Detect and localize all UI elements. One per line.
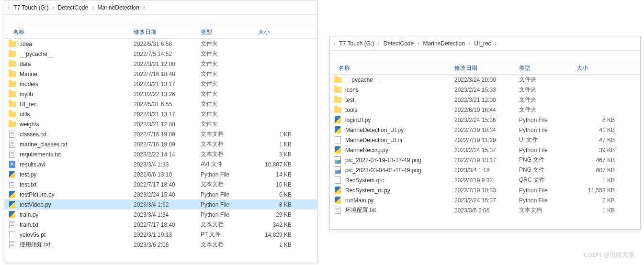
breadcrumb-item[interactable]: DetectCode xyxy=(56,3,90,12)
file-row[interactable]: Marine2022/7/16 18:48文件夹 xyxy=(4,69,317,79)
folder-icon xyxy=(334,107,341,113)
file-size: 1 KB xyxy=(576,177,620,184)
file-size: 467 KB xyxy=(576,157,620,164)
file-row[interactable]: models2022/3/21 13:17文件夹 xyxy=(4,79,317,89)
file-date: 2023/2/22 13:26 xyxy=(134,91,201,98)
chevron-right-icon: › xyxy=(469,41,470,46)
file-row[interactable]: MarineDetection_UI.ui2022/7/19 11:29UI 文… xyxy=(330,135,640,145)
file-row[interactable]: pic_2023-03-04-01-18-49.png2023/3/4 1:18… xyxy=(330,165,640,175)
file-row[interactable]: utils2022/3/21 13:17文件夹 xyxy=(4,109,317,119)
file-date: 2023/2/24 15:37 xyxy=(454,197,519,204)
breadcrumb[interactable]: › T7 Touch (G:) › DetectCode › MarineDet… xyxy=(4,0,317,15)
txt-icon xyxy=(9,181,15,188)
column-header-date[interactable]: 修改日期 xyxy=(134,28,201,36)
breadcrumb-item[interactable]: T7 Touch (G:) xyxy=(337,39,376,48)
file-row[interactable]: 使用须知.txt2023/3/6 2:06文本文档1 KB xyxy=(4,240,317,250)
file-row[interactable]: test.txt2022/7/17 18:40文本文档10 KB xyxy=(4,179,317,189)
file-name: runMain.py xyxy=(345,197,454,204)
file-name: weights xyxy=(20,121,134,128)
file-row[interactable]: 环境配置.txt2023/3/6 2:06文本文档1 KB xyxy=(330,205,640,215)
column-header-type[interactable]: 类型 xyxy=(201,28,258,36)
file-type: 文件夹 xyxy=(519,96,576,104)
file-row[interactable]: testVideo.py2023/3/4 1:32Python File8 KB xyxy=(4,199,317,210)
file-name: mylib xyxy=(20,91,134,98)
file-type: 文件夹 xyxy=(201,110,258,118)
file-row[interactable]: mylib2023/2/22 13:26文件夹 xyxy=(4,89,317,99)
avi-icon xyxy=(9,161,15,168)
file-row[interactable]: test.py2022/6/6 13:10Python File14 KB xyxy=(4,169,317,179)
file-date: 2023/2/24 15:40 xyxy=(134,191,201,198)
file-name: RecSystem.qrc xyxy=(345,177,454,184)
file-type: 文本文档 xyxy=(201,221,258,229)
file-row[interactable]: tools2022/6/19 16:44文件夹 xyxy=(330,105,640,115)
file-type: 文本文档 xyxy=(201,241,258,249)
breadcrumb-item[interactable]: MarineDetection xyxy=(96,3,141,12)
png-icon xyxy=(335,166,341,174)
column-header-size[interactable]: 大小 xyxy=(576,64,620,72)
column-header-name[interactable]: 名称 xyxy=(330,64,454,72)
file-row[interactable]: .idea2022/5/31 6:58文件夹 xyxy=(4,39,317,49)
file-type: UI 文件 xyxy=(519,136,576,144)
file-row[interactable]: requirements.txt2023/2/22 14:14文本文档3 KB xyxy=(4,149,317,159)
file-row[interactable]: data2022/3/21 12:00文件夹 xyxy=(4,59,317,69)
column-header-name[interactable]: 名称 xyxy=(4,28,134,36)
file-row[interactable]: MarineRecing.py2023/2/24 15:37Python Fil… xyxy=(330,145,640,155)
file-row[interactable]: icons2023/2/24 15:33文件夹 xyxy=(330,85,640,95)
file-row[interactable]: testPicture.py2023/2/24 15:40Python File… xyxy=(4,189,317,199)
file-date: 2022/7/16 18:48 xyxy=(134,71,201,77)
file-row[interactable]: train.py2023/3/4 1:34Python File29 KB xyxy=(4,210,317,220)
column-header-type[interactable]: 类型 xyxy=(519,64,576,72)
file-row[interactable]: loginUI.py2023/2/24 15:36Python File8 KB xyxy=(330,115,640,125)
chevron-right-icon: › xyxy=(143,5,145,10)
file-row[interactable]: test_2022/3/21 12:00文件夹 xyxy=(330,95,640,105)
file-row[interactable]: results.avi2023/3/4 1:33AVI 文件10,807 KB xyxy=(4,159,317,169)
column-header-size[interactable]: 大小 xyxy=(258,28,301,36)
py-icon xyxy=(335,126,341,133)
file-type: AVI 文件 xyxy=(201,160,258,168)
breadcrumb-item[interactable]: MarineDetection xyxy=(421,39,467,48)
folder-icon xyxy=(9,81,16,87)
file-name: testPicture.py xyxy=(20,191,134,198)
file-name: testVideo.py xyxy=(20,201,134,208)
ui-icon xyxy=(335,136,341,144)
file-name: data xyxy=(20,61,134,67)
file-row[interactable]: train.txt2022/7/17 18:40文本文档342 KB xyxy=(4,220,317,230)
file-row[interactable]: __pycache__2022/7/5 14:52文件夹 xyxy=(4,49,317,59)
file-row[interactable]: RecSystem_rc.py2022/7/19 10:33Python Fil… xyxy=(330,185,640,195)
file-size: 1 KB xyxy=(258,141,296,148)
file-row[interactable]: pic_2022-07-19-13-17-49.png2022/7/19 13:… xyxy=(330,155,640,165)
file-name: requirements.txt xyxy=(20,151,134,158)
file-row[interactable]: MarineDetection_UI.py2022/7/19 10:34Pyth… xyxy=(330,125,640,135)
file-type: Python File xyxy=(519,197,576,204)
file-row[interactable]: weights2022/3/21 12:00文件夹 xyxy=(4,119,317,129)
file-row[interactable]: yolov5s.pt2022/3/1 19:13PT 文件14,829 KB xyxy=(4,230,317,240)
breadcrumb-item[interactable]: T7 Touch (G:) xyxy=(11,3,50,12)
file-date: 2022/3/1 19:13 xyxy=(134,232,201,238)
folder-icon xyxy=(9,41,16,47)
file-date: 2022/7/16 19:09 xyxy=(134,131,201,138)
breadcrumb[interactable]: › T7 Touch (G:) › DetectCode › MarineDet… xyxy=(330,36,640,51)
file-date: 2022/3/21 13:17 xyxy=(134,81,201,88)
file-row[interactable]: __pycache__2022/3/24 20:00文件夹 xyxy=(330,75,640,85)
file-row[interactable]: RecSystem.qrc2022/7/19 9:32QRC 文件1 KB xyxy=(330,175,640,185)
txt-icon xyxy=(9,131,15,138)
file-name: models xyxy=(20,81,134,88)
breadcrumb-item[interactable]: UI_rec xyxy=(472,39,493,48)
breadcrumb-item[interactable]: DetectCode xyxy=(382,39,416,48)
file-type: 文本文档 xyxy=(201,140,258,148)
file-row[interactable]: classes.txt2022/7/16 19:09文本文档1 KB xyxy=(4,129,317,139)
folder-icon xyxy=(9,91,16,97)
file-row[interactable]: marine_classes.txt2022/7/16 19:09文本文档1 K… xyxy=(4,139,317,149)
file-row[interactable]: UI_rec2022/5/31 6:55文件夹 xyxy=(4,99,317,109)
file-size: 10 KB xyxy=(258,181,296,188)
file-type: 文件夹 xyxy=(201,70,258,78)
file-date: 2022/7/19 10:34 xyxy=(454,127,519,133)
py-icon xyxy=(9,191,15,198)
file-type: 文件夹 xyxy=(201,50,258,58)
file-type: Python File xyxy=(201,171,258,178)
file-size: 29 KB xyxy=(258,211,296,218)
column-header-date[interactable]: 修改日期 xyxy=(454,64,519,72)
file-row[interactable]: runMain.py2023/2/24 15:37Python File2 KB xyxy=(330,195,640,205)
file-type: 文本文档 xyxy=(201,130,258,138)
file-name: utils xyxy=(20,111,134,118)
